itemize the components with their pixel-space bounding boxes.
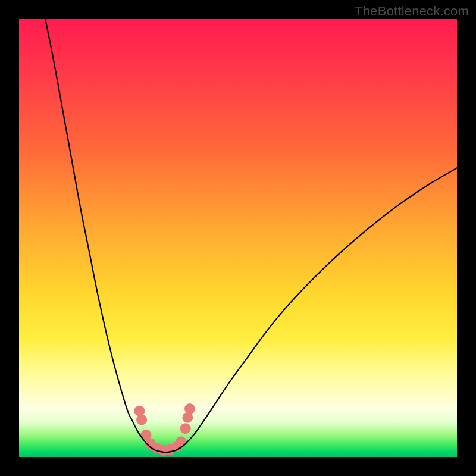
curve-right-branch (181, 168, 457, 447)
plot-area (19, 19, 457, 457)
curve-left-branch (45, 19, 151, 447)
valley-dot (136, 414, 147, 425)
curve-svg (19, 19, 457, 457)
valley-dot (176, 436, 186, 447)
valley-dot (184, 403, 195, 414)
valley-dots-group (134, 403, 195, 456)
valley-dot (180, 423, 191, 434)
watermark-text: TheBottleneck.com (355, 4, 469, 19)
chart-frame: TheBottleneck.com (0, 0, 476, 476)
